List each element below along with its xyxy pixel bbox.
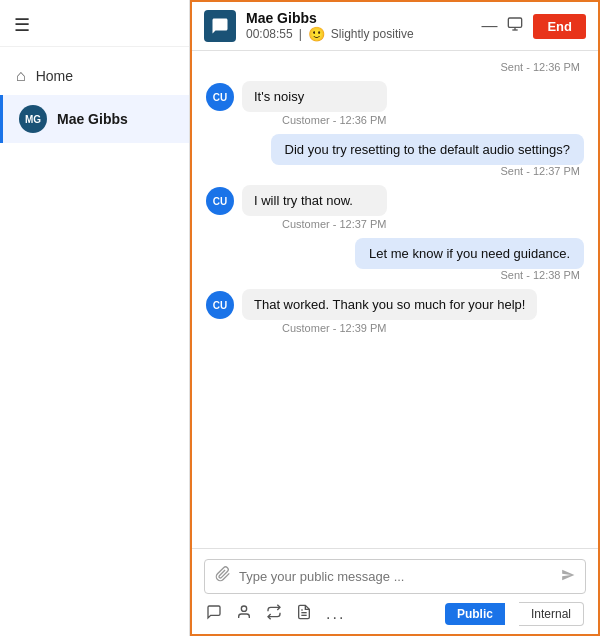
sidebar-nav: ⌂ Home MG Mae Gibbs: [0, 47, 189, 153]
sidebar-header: ☰: [0, 0, 189, 47]
timestamp-initial: Sent - 12:36 PM: [206, 61, 580, 73]
contact-icon[interactable]: [236, 604, 252, 624]
chat-panel: Mae Gibbs 00:08:55 | 🙂 Slightly positive…: [190, 0, 600, 636]
minimize-icon[interactable]: —: [481, 17, 497, 35]
quick-reply-icon[interactable]: [206, 604, 222, 624]
message-row-1: CU It's noisy Customer - 12:36 PM: [206, 81, 584, 126]
tab-public[interactable]: Public: [445, 603, 505, 625]
message-row-2: CU I will try that now. Customer - 12:37…: [206, 185, 584, 230]
customer-bubble-2: I will try that now.: [242, 185, 387, 216]
customer-avatar-3: CU: [206, 291, 234, 319]
contact-name: Mae Gibbs: [57, 111, 128, 127]
svg-rect-0: [509, 18, 522, 27]
agent-message-1: Did you try resetting to the default aud…: [206, 134, 584, 177]
svg-point-3: [241, 606, 246, 611]
attach-icon[interactable]: [215, 566, 231, 587]
home-icon: ⌂: [16, 67, 26, 85]
messages-area: Sent - 12:36 PM CU It's noisy Customer -…: [192, 51, 598, 548]
sentiment-icon: 🙂: [308, 26, 325, 42]
sentiment-label: Slightly positive: [331, 27, 414, 41]
chat-header-avatar: [204, 10, 236, 42]
agent-timestamp-1: Sent - 12:37 PM: [501, 165, 581, 177]
sidebar-item-contact[interactable]: MG Mae Gibbs: [0, 95, 189, 143]
input-area: ... Public Internal: [192, 548, 598, 634]
customer-avatar-1: CU: [206, 83, 234, 111]
sidebar-item-home[interactable]: ⌂ Home: [0, 57, 189, 95]
chat-header: Mae Gibbs 00:08:55 | 🙂 Slightly positive…: [192, 2, 598, 51]
chat-header-info: Mae Gibbs 00:08:55 | 🙂 Slightly positive: [246, 10, 467, 42]
agent-message-2: Let me know if you need guidance. Sent -…: [206, 238, 584, 281]
agent-bubble-1: Did you try resetting to the default aud…: [271, 134, 584, 165]
message-row-3: CU That worked. Thank you so much for yo…: [206, 289, 584, 334]
contact-avatar: MG: [19, 105, 47, 133]
agent-bubble-2: Let me know if you need guidance.: [355, 238, 584, 269]
monitor-icon[interactable]: [507, 16, 523, 36]
chat-contact-name: Mae Gibbs: [246, 10, 467, 26]
chat-duration: 00:08:55: [246, 27, 293, 41]
sidebar: ☰ ⌂ Home MG Mae Gibbs: [0, 0, 190, 636]
message-input-row[interactable]: [204, 559, 586, 594]
customer-bubble-1: It's noisy: [242, 81, 387, 112]
agent-timestamp-2: Sent - 12:38 PM: [501, 269, 581, 281]
customer-timestamp-1: Customer - 12:36 PM: [282, 114, 387, 126]
tab-internal[interactable]: Internal: [519, 602, 584, 626]
more-icon[interactable]: ...: [326, 605, 345, 623]
customer-timestamp-2: Customer - 12:37 PM: [282, 218, 387, 230]
chat-header-actions: — End: [477, 14, 586, 39]
transfer-icon[interactable]: [266, 604, 282, 624]
send-icon[interactable]: [561, 568, 575, 586]
end-button[interactable]: End: [533, 14, 586, 39]
message-input[interactable]: [239, 569, 553, 584]
customer-timestamp-3: Customer - 12:39 PM: [282, 322, 537, 334]
chat-header-meta: 00:08:55 | 🙂 Slightly positive: [246, 26, 467, 42]
home-label: Home: [36, 68, 73, 84]
customer-bubble-3: That worked. Thank you so much for your …: [242, 289, 537, 320]
toolbar-row: ... Public Internal: [204, 602, 586, 626]
separator: |: [299, 27, 302, 41]
customer-avatar-2: CU: [206, 187, 234, 215]
notes-icon[interactable]: [296, 604, 312, 624]
hamburger-icon[interactable]: ☰: [14, 15, 30, 35]
